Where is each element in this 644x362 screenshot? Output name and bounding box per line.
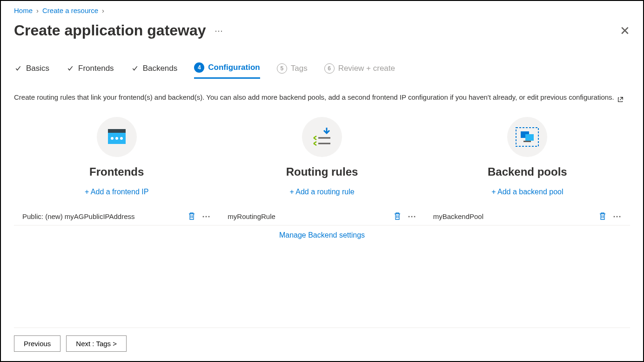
trash-icon[interactable] (599, 212, 606, 220)
wizard-tabs: Basics Frontends Backends 4 Configuratio… (14, 62, 630, 79)
check-icon (131, 65, 139, 72)
tab-configuration-label: Configuration (208, 63, 260, 72)
page-title: Create application gateway (14, 22, 206, 39)
step-number-icon: 5 (277, 63, 287, 74)
backend-pool-item-row: myBackendPool ⋯ (425, 207, 630, 225)
routing-rules-column: Routing rules + Add a routing rule myRou… (219, 117, 424, 239)
tab-frontends[interactable]: Frontends (66, 62, 114, 79)
frontends-column: Frontends + Add a frontend IP Public: (n… (14, 117, 219, 239)
backend-pools-column: Backend pools + Add a backend pool myBac… (425, 117, 630, 239)
step-number-icon: 4 (194, 62, 204, 73)
backend-pool-item-label[interactable]: myBackendPool (433, 212, 483, 220)
chevron-right-icon: › (36, 7, 39, 14)
close-icon[interactable]: ✕ (620, 25, 630, 37)
routing-rules-icon (302, 117, 342, 157)
tab-backends[interactable]: Backends (131, 62, 178, 79)
svg-rect-0 (108, 129, 126, 133)
wizard-footer: Previous Next : Tags > (14, 328, 630, 352)
more-icon[interactable]: ⋯ (613, 214, 622, 219)
frontends-icon (97, 117, 137, 157)
backend-pools-title: Backend pools (488, 165, 567, 178)
tab-frontends-label: Frontends (78, 64, 114, 73)
breadcrumb-create-resource[interactable]: Create a resource (42, 7, 98, 14)
breadcrumb-home[interactable]: Home (14, 7, 33, 14)
frontend-item-row: Public: (new) myAGPublicIPAddress ⋯ (14, 207, 219, 225)
frontends-title: Frontends (89, 165, 144, 178)
tab-review-create[interactable]: 6 Review + create (324, 62, 395, 79)
configuration-description: Create routing rules that link your fron… (14, 92, 630, 117)
add-backend-pool-link[interactable]: + Add a backend pool (491, 188, 563, 196)
more-icon[interactable]: ⋯ (215, 26, 223, 36)
add-frontend-ip-link[interactable]: + Add a frontend IP (85, 188, 148, 196)
svg-point-2 (111, 137, 114, 140)
svg-point-3 (115, 137, 118, 140)
tab-basics-label: Basics (26, 64, 49, 73)
next-button[interactable]: Next : Tags > (66, 335, 127, 352)
step-number-icon: 6 (324, 63, 335, 74)
tab-configuration[interactable]: 4 Configuration (194, 62, 260, 79)
more-icon[interactable]: ⋯ (408, 214, 416, 219)
check-icon (14, 65, 22, 72)
routing-rule-item-row: myRoutingRule ⋯ (219, 207, 424, 225)
check-icon (66, 65, 74, 72)
tab-backends-label: Backends (143, 64, 178, 73)
tab-tags[interactable]: 5 Tags (277, 62, 308, 79)
svg-rect-9 (525, 134, 534, 141)
trash-icon[interactable] (188, 212, 195, 220)
trash-icon[interactable] (394, 212, 401, 220)
chevron-right-icon: › (102, 7, 104, 14)
tab-basics[interactable]: Basics (14, 62, 49, 79)
frontend-item-label[interactable]: Public: (new) myAGPublicIPAddress (22, 212, 134, 220)
svg-point-4 (120, 137, 123, 140)
backend-pools-icon (507, 117, 547, 157)
breadcrumb: Home › Create a resource › (14, 7, 630, 22)
routing-rule-item-label[interactable]: myRoutingRule (228, 212, 275, 220)
svg-rect-10 (523, 141, 531, 142)
tab-tags-label: Tags (291, 64, 308, 73)
external-link-icon[interactable] (617, 96, 624, 103)
manage-backend-settings-link[interactable]: Manage Backend settings (219, 225, 424, 239)
add-routing-rule-link[interactable]: + Add a routing rule (289, 188, 354, 196)
routing-rules-title: Routing rules (286, 165, 358, 178)
tab-review-label: Review + create (338, 64, 395, 73)
previous-button[interactable]: Previous (14, 335, 60, 352)
more-icon[interactable]: ⋯ (202, 214, 211, 219)
